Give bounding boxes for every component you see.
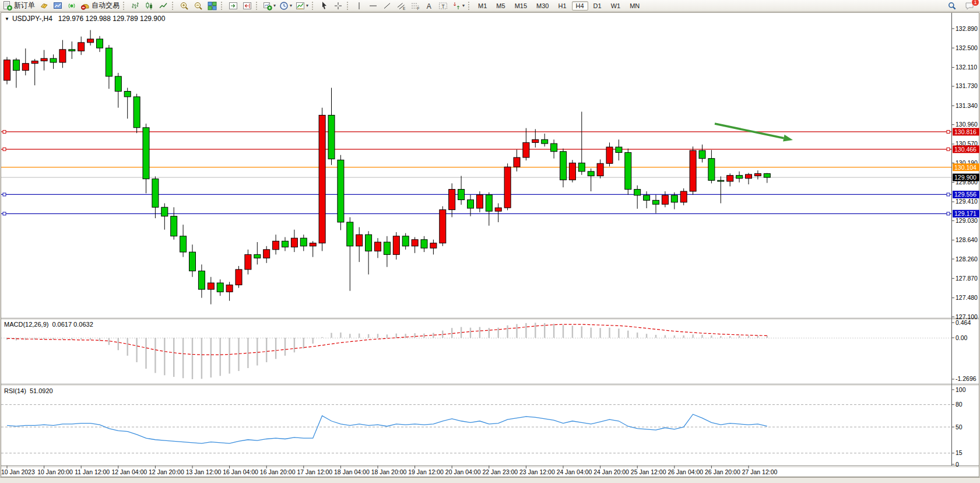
trendline-tool-button[interactable] — [380, 0, 394, 12]
text-tool-button[interactable]: A — [422, 0, 436, 12]
svg-text:132.110: 132.110 — [956, 64, 977, 71]
svg-text:26 Jan 20:00: 26 Jan 20:00 — [705, 468, 740, 475]
svg-text:18 Jan 04:00: 18 Jan 04:00 — [334, 468, 370, 475]
svg-text:19 Jan 12:00: 19 Jan 12:00 — [408, 468, 444, 475]
svg-text:129.410: 129.410 — [956, 198, 978, 205]
new-order-label: 新订单 — [14, 1, 35, 10]
svg-text:0.00: 0.00 — [956, 334, 968, 341]
collapse-triangle-icon[interactable]: ▼ — [5, 16, 9, 22]
zoom-in-icon — [180, 1, 189, 10]
vertical-line-tool-button[interactable] — [352, 0, 366, 12]
timeframe-h1[interactable]: H1 — [554, 1, 570, 10]
svg-text:129.171: 129.171 — [954, 210, 977, 217]
chart-background — [0, 12, 980, 483]
svg-text:F: F — [417, 6, 420, 10]
svg-text:17 Jan 12:00: 17 Jan 12:00 — [297, 468, 332, 475]
svg-text:132.890: 132.890 — [956, 25, 978, 32]
svg-text:0.464: 0.464 — [956, 319, 971, 326]
svg-text:T: T — [441, 3, 444, 9]
timeframe-d1[interactable]: D1 — [589, 1, 606, 10]
auto-scroll-button[interactable] — [226, 0, 240, 12]
zoom-out-button[interactable] — [191, 0, 205, 12]
svg-text:127.480: 127.480 — [956, 294, 978, 301]
template-button[interactable]: ▾ — [294, 0, 310, 12]
periods-button[interactable]: ▾ — [278, 0, 294, 12]
vertical-line-icon — [354, 1, 364, 10]
new-chart-button[interactable]: ▾ — [261, 0, 278, 12]
svg-text:128.260: 128.260 — [956, 256, 978, 262]
chart-shift-button[interactable] — [240, 0, 254, 12]
market-button[interactable] — [37, 0, 51, 12]
svg-text:80: 80 — [956, 401, 963, 408]
timeframe-mn[interactable]: MN — [626, 1, 644, 10]
chevron-down-icon: ▾ — [273, 3, 276, 8]
svg-text:132.500: 132.500 — [956, 44, 978, 51]
candlestick-mode-button[interactable] — [142, 0, 156, 12]
arrows-tool-button[interactable]: ▾ — [450, 0, 466, 12]
horizontal-line-tool-button[interactable] — [366, 0, 380, 12]
svg-text:129.030: 129.030 — [956, 217, 978, 224]
chevron-down-icon: ▾ — [462, 3, 465, 8]
svg-text:10 Jan 20:00: 10 Jan 20:00 — [37, 468, 73, 475]
rsi-indicator-label: RSI(14)51.0920 — [4, 387, 53, 394]
timeframe-m1[interactable]: M1 — [474, 1, 491, 10]
svg-text:130.466: 130.466 — [954, 146, 977, 153]
svg-text:27 Jan 12:00: 27 Jan 12:00 — [742, 468, 778, 475]
trendline-icon — [382, 1, 392, 10]
channel-tool-button[interactable]: E — [394, 0, 408, 12]
search-icon — [947, 1, 957, 10]
zoom-out-icon — [194, 1, 203, 10]
chart-shift-icon — [243, 1, 252, 10]
timeframe-h4[interactable]: H4 — [572, 1, 588, 10]
candlestick-icon — [145, 1, 154, 10]
new-order-icon — [3, 1, 12, 10]
bar-chart-mode-button[interactable] — [128, 0, 142, 12]
new-order-button[interactable]: 新订单 — [1, 0, 37, 12]
cursor-icon — [319, 1, 329, 10]
autotrade-button[interactable]: 自动交易 — [79, 0, 121, 12]
cursor-tool-button[interactable] — [317, 0, 331, 12]
macd-indicator-label: MACD(12,26,9)0.0617 0.0632 — [4, 321, 93, 328]
svg-text:24 Jan 04:00: 24 Jan 04:00 — [557, 468, 592, 475]
arrow-objects-icon — [452, 1, 461, 10]
chart-window-icon — [53, 1, 62, 10]
rsi-name: RSI(14) — [4, 387, 26, 394]
svg-text:26 Jan 04:00: 26 Jan 04:00 — [668, 468, 703, 475]
svg-text:16 Jan 20:00: 16 Jan 20:00 — [260, 468, 296, 475]
text-label-icon: T — [438, 1, 448, 10]
timeframe-m30[interactable]: M30 — [532, 1, 553, 10]
svg-text:11 Jan 12:00: 11 Jan 12:00 — [75, 468, 110, 475]
gold-ingot-icon — [39, 1, 48, 10]
fibonacci-icon: F — [410, 1, 420, 10]
svg-text:130.960: 130.960 — [956, 121, 978, 128]
svg-text:15: 15 — [956, 449, 963, 456]
text-label-tool-button[interactable]: T — [436, 0, 450, 12]
line-chart-mode-button[interactable] — [156, 0, 170, 12]
fibonacci-tool-button[interactable]: F — [408, 0, 422, 12]
timeframe-m5[interactable]: M5 — [492, 1, 509, 10]
signals-button[interactable] — [65, 0, 79, 12]
svg-text:16 Jan 04:00: 16 Jan 04:00 — [223, 468, 258, 475]
svg-text:-1.2696: -1.2696 — [956, 375, 977, 382]
svg-text:E: E — [403, 6, 406, 10]
svg-text:20 Jan 04:00: 20 Jan 04:00 — [445, 468, 481, 475]
main-toolbar: 新订单 自动交易 — [0, 0, 980, 12]
svg-text:131.730: 131.730 — [956, 82, 978, 89]
toolbar-grip — [468, 2, 470, 10]
autotrade-label: 自动交易 — [92, 1, 120, 10]
timeframe-m15[interactable]: M15 — [511, 1, 531, 10]
zoom-in-button[interactable] — [177, 0, 191, 12]
svg-text:12 Jan 20:00: 12 Jan 20:00 — [149, 468, 184, 475]
tile-windows-button[interactable] — [205, 0, 219, 12]
toolbar-grip — [172, 2, 174, 10]
notifications-button[interactable]: 1 — [963, 0, 977, 12]
mt4-window: 132.890132.500132.110131.730131.340130.9… — [0, 0, 980, 483]
crosshair-tool-button[interactable] — [331, 0, 345, 12]
chevron-down-icon: ▾ — [290, 3, 292, 8]
svg-text:130.816: 130.816 — [954, 128, 977, 135]
clock-icon — [279, 1, 289, 10]
horizontal-line-icon — [368, 1, 378, 10]
search-button[interactable] — [945, 0, 959, 12]
timeframe-w1[interactable]: W1 — [607, 1, 625, 10]
history-center-button[interactable] — [51, 0, 65, 12]
